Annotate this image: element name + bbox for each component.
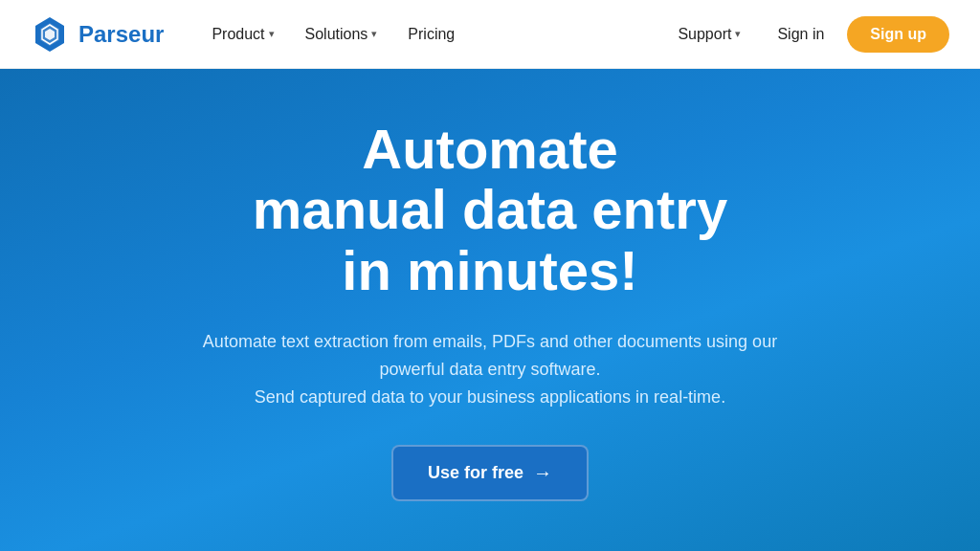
solutions-chevron-icon: ▾ bbox=[371, 28, 377, 40]
navigation: Parseur Product ▾ Solutions ▾ Pricing Su… bbox=[0, 0, 980, 69]
nav-right: Support ▾ Sign in Sign up bbox=[664, 16, 949, 53]
hero-headline: Automate manual data entry in minutes! bbox=[253, 119, 727, 301]
logo-link[interactable]: Parseur bbox=[31, 15, 164, 54]
hero-cta-button[interactable]: Use for free → bbox=[391, 445, 589, 501]
nav-solutions[interactable]: Solutions ▾ bbox=[292, 18, 391, 51]
product-chevron-icon: ▾ bbox=[269, 28, 275, 40]
nav-support[interactable]: Support ▾ bbox=[664, 18, 754, 51]
signup-button[interactable]: Sign up bbox=[847, 16, 949, 53]
signin-button[interactable]: Sign in bbox=[762, 18, 839, 51]
support-chevron-icon: ▾ bbox=[735, 28, 741, 40]
nav-product[interactable]: Product ▾ bbox=[198, 18, 287, 51]
arrow-right-icon: → bbox=[533, 462, 552, 484]
logo-text: Parseur bbox=[78, 21, 164, 48]
hero-subtext: Automate text extraction from emails, PD… bbox=[203, 328, 777, 410]
nav-links: Product ▾ Solutions ▾ Pricing bbox=[198, 18, 657, 51]
hero-section: Automate manual data entry in minutes! A… bbox=[0, 69, 980, 551]
nav-pricing[interactable]: Pricing bbox=[394, 18, 468, 51]
parseur-logo-icon bbox=[31, 15, 69, 54]
